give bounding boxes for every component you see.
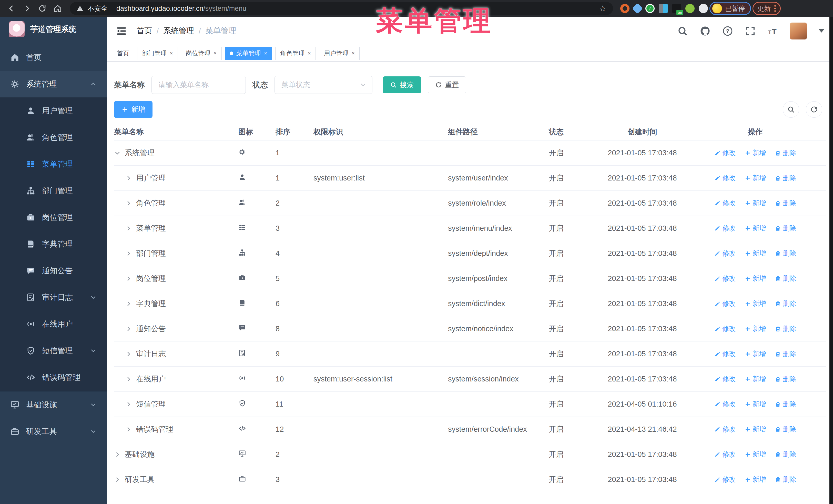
edit-row-link[interactable]: 修改 bbox=[714, 249, 736, 258]
scrollbar[interactable] bbox=[829, 17, 833, 504]
add-row-link[interactable]: 新增 bbox=[744, 350, 766, 358]
add-button[interactable]: 新增 bbox=[114, 101, 152, 118]
add-row-link[interactable]: 新增 bbox=[744, 450, 766, 459]
delete-row-link[interactable]: 删除 bbox=[775, 375, 796, 384]
sidebar-item-通知公告[interactable]: 通知公告 bbox=[0, 257, 107, 284]
sidebar-item-审计日志[interactable]: 审计日志 bbox=[0, 284, 107, 311]
breadcrumb-item[interactable]: 首页 bbox=[137, 26, 152, 36]
sidebar-item-菜单管理[interactable]: 菜单管理 bbox=[0, 151, 107, 177]
fullscreen-icon[interactable] bbox=[745, 26, 756, 37]
edit-row-link[interactable]: 修改 bbox=[714, 173, 736, 183]
font-size-icon[interactable] bbox=[767, 26, 778, 37]
puzzle-extension-icon[interactable] bbox=[699, 4, 708, 13]
expand-right-icon[interactable] bbox=[125, 351, 132, 357]
edit-row-link[interactable]: 修改 bbox=[714, 400, 736, 409]
delete-row-link[interactable]: 删除 bbox=[775, 425, 796, 434]
delete-row-link[interactable]: 删除 bbox=[775, 148, 796, 158]
expand-right-icon[interactable] bbox=[114, 451, 121, 458]
edit-row-link[interactable]: 修改 bbox=[714, 199, 736, 208]
expand-right-icon[interactable] bbox=[125, 275, 132, 282]
add-row-link[interactable]: 新增 bbox=[744, 324, 766, 333]
green-shield-extension-icon[interactable]: ✓ bbox=[645, 4, 654, 13]
add-row-link[interactable]: 新增 bbox=[744, 375, 766, 384]
sidebar-item-系统管理[interactable]: 系统管理 bbox=[0, 71, 107, 97]
android-figure-extension-icon[interactable] bbox=[685, 4, 695, 13]
avatar[interactable] bbox=[790, 23, 807, 40]
address-bar[interactable]: 不安全 dashboard.yudao.iocoder.cn/system/me… bbox=[70, 2, 613, 15]
panel-extension-icon[interactable] bbox=[659, 4, 668, 13]
delete-row-link[interactable]: 删除 bbox=[775, 350, 796, 358]
add-row-link[interactable]: 新增 bbox=[744, 475, 766, 484]
add-row-link[interactable]: 新增 bbox=[744, 400, 766, 409]
breadcrumb-item[interactable]: 系统管理 bbox=[163, 26, 194, 36]
delete-row-link[interactable]: 删除 bbox=[775, 199, 796, 208]
browser-back-button[interactable] bbox=[5, 2, 19, 16]
delete-row-link[interactable]: 删除 bbox=[775, 400, 796, 409]
add-row-link[interactable]: 新增 bbox=[744, 299, 766, 308]
add-row-link[interactable]: 新增 bbox=[744, 224, 766, 233]
delete-row-link[interactable]: 删除 bbox=[775, 274, 796, 283]
tab-部门管理[interactable]: 部门管理× bbox=[137, 47, 178, 60]
sidebar-item-岗位管理[interactable]: 岗位管理 bbox=[0, 204, 107, 231]
profile-paused-pill[interactable]: 已暂停 bbox=[710, 2, 751, 15]
delete-row-link[interactable]: 删除 bbox=[775, 299, 796, 308]
expand-right-icon[interactable] bbox=[125, 426, 132, 433]
browser-update-button[interactable]: 更新 bbox=[753, 2, 781, 15]
sidebar-item-在线用户[interactable]: 在线用户 bbox=[0, 311, 107, 337]
add-row-link[interactable]: 新增 bbox=[744, 199, 766, 208]
delete-row-link[interactable]: 删除 bbox=[775, 324, 796, 333]
close-tab-icon[interactable]: × bbox=[170, 50, 173, 56]
tab-岗位管理[interactable]: 岗位管理× bbox=[181, 47, 222, 60]
edit-row-link[interactable]: 修改 bbox=[714, 299, 736, 308]
tab-菜单管理[interactable]: 菜单管理× bbox=[225, 47, 272, 60]
expand-right-icon[interactable] bbox=[125, 200, 132, 207]
show-search-button[interactable] bbox=[783, 101, 799, 118]
expand-right-icon[interactable] bbox=[125, 301, 132, 307]
expand-right-icon[interactable] bbox=[125, 326, 132, 332]
edit-row-link[interactable]: 修改 bbox=[714, 274, 736, 283]
sidebar-item-短信管理[interactable]: 短信管理 bbox=[0, 337, 107, 364]
orange-ring-extension-icon[interactable] bbox=[620, 4, 629, 13]
edit-row-link[interactable]: 修改 bbox=[714, 148, 736, 158]
logo[interactable]: 芋道管理系统 bbox=[0, 17, 107, 42]
expand-down-icon[interactable] bbox=[114, 150, 121, 157]
browser-menu-icon[interactable] bbox=[774, 5, 776, 12]
add-row-link[interactable]: 新增 bbox=[744, 249, 766, 258]
edit-row-link[interactable]: 修改 bbox=[714, 324, 736, 333]
sidebar-item-基础设施[interactable]: 基础设施 bbox=[0, 391, 107, 418]
tab-角色管理[interactable]: 角色管理× bbox=[275, 47, 316, 60]
chevron-down-icon[interactable] bbox=[819, 29, 824, 32]
terminal-on-badge-extension-icon[interactable]: on bbox=[672, 4, 681, 13]
sidebar-item-部门管理[interactable]: 部门管理 bbox=[0, 177, 107, 204]
hamburger-icon[interactable] bbox=[116, 25, 127, 37]
close-tab-icon[interactable]: × bbox=[214, 50, 217, 56]
tab-首页[interactable]: 首页 bbox=[112, 47, 134, 60]
expand-right-icon[interactable] bbox=[125, 376, 132, 383]
sidebar-item-研发工具[interactable]: 研发工具 bbox=[0, 418, 107, 445]
expand-right-icon[interactable] bbox=[125, 250, 132, 257]
edit-row-link[interactable]: 修改 bbox=[714, 450, 736, 459]
sidebar-item-错误码管理[interactable]: 错误码管理 bbox=[0, 364, 107, 391]
add-row-link[interactable]: 新增 bbox=[744, 425, 766, 434]
blue-gem-extension-icon[interactable] bbox=[632, 3, 643, 14]
delete-row-link[interactable]: 删除 bbox=[775, 475, 796, 484]
reset-button[interactable]: 重置 bbox=[428, 76, 466, 93]
delete-row-link[interactable]: 删除 bbox=[775, 224, 796, 233]
sidebar-item-首页[interactable]: 首页 bbox=[0, 44, 107, 71]
expand-right-icon[interactable] bbox=[114, 476, 121, 483]
sidebar-item-用户管理[interactable]: 用户管理 bbox=[0, 97, 107, 124]
search-button[interactable]: 搜索 bbox=[383, 76, 421, 93]
edit-row-link[interactable]: 修改 bbox=[714, 475, 736, 484]
browser-home-button[interactable] bbox=[51, 2, 65, 16]
edit-row-link[interactable]: 修改 bbox=[714, 425, 736, 434]
delete-row-link[interactable]: 删除 bbox=[775, 450, 796, 459]
add-row-link[interactable]: 新增 bbox=[744, 274, 766, 283]
edit-row-link[interactable]: 修改 bbox=[714, 375, 736, 384]
edit-row-link[interactable]: 修改 bbox=[714, 224, 736, 233]
add-row-link[interactable]: 新增 bbox=[744, 173, 766, 183]
close-tab-icon[interactable]: × bbox=[351, 50, 355, 56]
expand-right-icon[interactable] bbox=[125, 225, 132, 232]
bookmark-star-icon[interactable]: ☆ bbox=[599, 4, 606, 13]
close-tab-icon[interactable]: × bbox=[308, 50, 311, 56]
github-icon[interactable] bbox=[700, 26, 711, 37]
